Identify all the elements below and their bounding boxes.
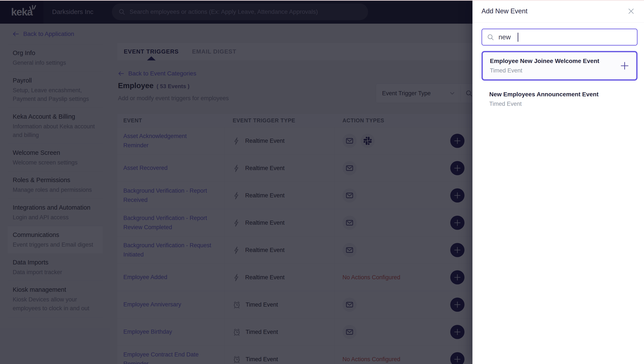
event-result-title: Employee New Joinee Welcome Event — [490, 58, 629, 64]
event-result-title: New Employees Announcement Event — [489, 91, 630, 98]
event-result-subtitle: Timed Event — [490, 67, 629, 74]
event-search-results: Employee New Joinee Welcome Event Timed … — [481, 51, 637, 113]
event-result-card[interactable]: Employee New Joinee Welcome Event Timed … — [481, 51, 637, 81]
event-result-card[interactable]: New Employees Announcement Event Timed E… — [481, 85, 637, 113]
search-icon — [487, 34, 494, 41]
add-new-event-panel: Add New Event new Employee New Joinee We… — [472, 0, 644, 364]
event-search-value: new — [498, 33, 511, 41]
panel-title: Add New Event — [481, 7, 528, 15]
event-result-subtitle: Timed Event — [489, 100, 630, 107]
close-panel-button[interactable] — [626, 6, 636, 16]
plus-icon — [620, 61, 629, 70]
window-top-strip — [0, 0, 644, 1]
text-cursor — [518, 33, 518, 42]
event-search-input[interactable]: new — [481, 28, 637, 46]
add-event-button[interactable] — [620, 61, 629, 70]
close-icon — [627, 7, 635, 15]
